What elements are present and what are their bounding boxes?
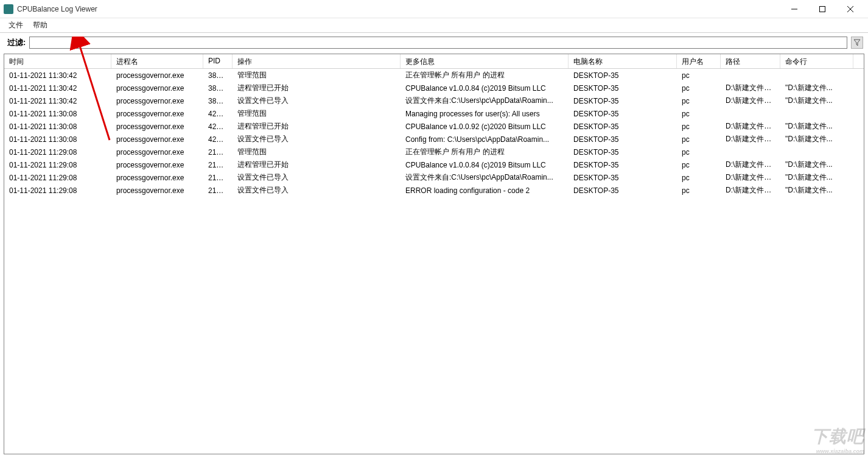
cell-host: DESKTOP-35	[569, 147, 677, 158]
cell-user: pc	[677, 147, 721, 158]
cell-cmd: "D:\新建文件...	[780, 120, 853, 133]
cell-proc: processgovernor.exe	[111, 108, 203, 119]
menu-file[interactable]: 文件	[4, 19, 28, 32]
table-row[interactable]: 01-11-2021 11:30:42processgovernor.exe38…	[4, 94, 864, 107]
cell-host: DESKTOP-35	[569, 185, 677, 196]
grid-header: 时间 进程名 PID 操作 更多信息 电脑名称 用户名 路径 命令行	[4, 54, 864, 69]
cell-proc: processgovernor.exe	[111, 96, 203, 107]
cell-action: 设置文件已导入	[233, 133, 401, 146]
table-row[interactable]: 01-11-2021 11:29:08processgovernor.exe21…	[4, 158, 864, 171]
cell-proc: processgovernor.exe	[111, 172, 203, 183]
menu-help[interactable]: 帮助	[28, 19, 52, 32]
table-row[interactable]: 01-11-2021 11:29:08processgovernor.exe21…	[4, 146, 864, 158]
cell-host: DESKTOP-35	[569, 160, 677, 171]
cell-action: 管理范围	[233, 107, 401, 120]
cell-pid: 21468	[203, 160, 233, 171]
grid-body[interactable]: 01-11-2021 11:30:42processgovernor.exe38…	[4, 69, 864, 454]
cell-info: 设置文件来自:C:\Users\pc\AppData\Roamin...	[401, 171, 569, 184]
cell-pid: 38492	[203, 83, 233, 94]
titlebar: CPUBalance Log Viewer	[0, 0, 868, 18]
filter-button[interactable]	[851, 37, 863, 49]
cell-user: pc	[677, 160, 721, 171]
cell-info: 正在管理帐户 所有用户 的进程	[401, 69, 569, 82]
maximize-button[interactable]	[808, 0, 836, 18]
cell-time: 01-11-2021 11:30:42	[4, 83, 111, 94]
cell-proc: processgovernor.exe	[111, 83, 203, 94]
window-title: CPUBalance Log Viewer	[17, 5, 780, 13]
cell-user: pc	[677, 172, 721, 183]
cell-action: 设置文件已导入	[233, 94, 401, 107]
col-header-action[interactable]: 操作	[233, 54, 401, 68]
cell-user: pc	[677, 108, 721, 119]
table-row[interactable]: 01-11-2021 11:30:08processgovernor.exe42…	[4, 133, 864, 146]
cell-action: 管理范围	[233, 146, 401, 158]
cell-path: D:\新建文件夹...	[721, 120, 780, 133]
cell-user: pc	[677, 121, 721, 132]
cell-proc: processgovernor.exe	[111, 185, 203, 196]
col-header-process[interactable]: 进程名	[111, 54, 203, 68]
table-row[interactable]: 01-11-2021 11:29:08processgovernor.exe21…	[4, 184, 864, 197]
cell-pid: 21468	[203, 185, 233, 196]
cell-action: 设置文件已导入	[233, 171, 401, 184]
table-row[interactable]: 01-11-2021 11:30:08processgovernor.exe42…	[4, 120, 864, 133]
app-icon	[4, 4, 13, 14]
cell-cmd: "D:\新建文件...	[780, 133, 853, 146]
col-header-info[interactable]: 更多信息	[401, 54, 569, 68]
cell-proc: processgovernor.exe	[111, 70, 203, 81]
cell-pid: 38492	[203, 96, 233, 107]
cell-host: DESKTOP-35	[569, 172, 677, 183]
cell-time: 01-11-2021 11:29:08	[4, 185, 111, 196]
table-row[interactable]: 01-11-2021 11:30:42processgovernor.exe38…	[4, 69, 864, 82]
cell-time: 01-11-2021 11:30:08	[4, 121, 111, 132]
col-header-cmd[interactable]: 命令行	[780, 54, 853, 68]
cell-path	[721, 151, 780, 153]
table-row[interactable]: 01-11-2021 11:29:08processgovernor.exe21…	[4, 171, 864, 184]
close-button[interactable]	[836, 0, 864, 18]
cell-time: 01-11-2021 11:30:08	[4, 134, 111, 145]
col-header-time[interactable]: 时间	[4, 54, 111, 68]
cell-cmd	[780, 151, 853, 153]
cell-action: 进程管理已开始	[233, 82, 401, 94]
cell-path: D:\新建文件夹...	[721, 133, 780, 146]
cell-info: CPUBalance v1.0.0.92 (c)2020 Bitsum LLC	[401, 121, 569, 132]
cell-cmd: "D:\新建文件...	[780, 82, 853, 94]
cell-pid: 21468	[203, 172, 233, 183]
col-header-host[interactable]: 电脑名称	[569, 54, 677, 68]
col-header-path[interactable]: 路径	[721, 54, 780, 68]
filter-input[interactable]	[29, 37, 847, 49]
cell-proc: processgovernor.exe	[111, 121, 203, 132]
funnel-icon	[853, 39, 861, 46]
cell-user: pc	[677, 70, 721, 81]
cell-pid: 42912	[203, 134, 233, 145]
col-header-pid[interactable]: PID	[203, 54, 233, 68]
cell-action: 管理范围	[233, 69, 401, 82]
table-row[interactable]: 01-11-2021 11:30:08processgovernor.exe42…	[4, 107, 864, 120]
cell-info: CPUBalance v1.0.0.84 (c)2019 Bitsum LLC	[401, 83, 569, 94]
cell-info: CPUBalance v1.0.0.84 (c)2019 Bitsum LLC	[401, 160, 569, 171]
cell-time: 01-11-2021 11:30:42	[4, 70, 111, 81]
cell-host: DESKTOP-35	[569, 83, 677, 94]
cell-path	[721, 113, 780, 115]
cell-proc: processgovernor.exe	[111, 134, 203, 145]
cell-cmd: "D:\新建文件...	[780, 94, 853, 107]
minimize-button[interactable]	[780, 0, 808, 18]
cell-info: Managing processes for user(s): All user…	[401, 108, 569, 119]
watermark: 下载吧 www.xiazaiba.com	[811, 425, 864, 454]
cell-host: DESKTOP-35	[569, 70, 677, 81]
cell-host: DESKTOP-35	[569, 134, 677, 145]
cell-info: 设置文件来自:C:\Users\pc\AppData\Roamin...	[401, 94, 569, 107]
cell-path: D:\新建文件夹...	[721, 82, 780, 94]
cell-time: 01-11-2021 11:29:08	[4, 147, 111, 158]
cell-user: pc	[677, 96, 721, 107]
col-header-user[interactable]: 用户名	[677, 54, 721, 68]
cell-action: 设置文件已导入	[233, 184, 401, 197]
cell-path	[721, 74, 780, 77]
watermark-url: www.xiazaiba.com	[811, 448, 864, 454]
cell-pid: 42912	[203, 121, 233, 132]
cell-time: 01-11-2021 11:30:42	[4, 96, 111, 107]
close-icon	[847, 6, 853, 12]
watermark-text: 下载吧	[811, 427, 864, 446]
filter-label: 过滤:	[7, 37, 26, 48]
svg-rect-0	[820, 6, 825, 12]
table-row[interactable]: 01-11-2021 11:30:42processgovernor.exe38…	[4, 82, 864, 94]
